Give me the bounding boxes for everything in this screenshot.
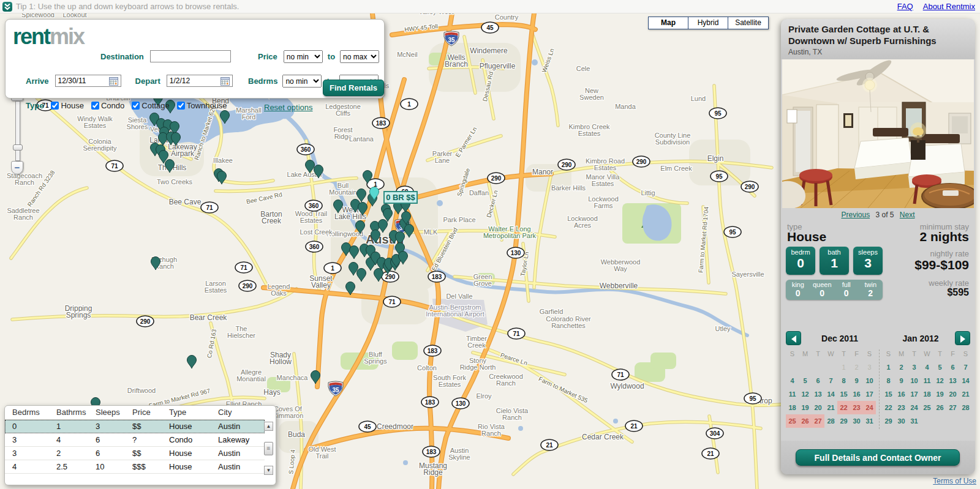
listing-header: Private Garden Cottage at U.T. & Downtow… <box>781 19 975 59</box>
listing-footer: Full Details and Contact Owner <box>781 441 975 474</box>
terms-of-use-link[interactable]: Terms of Use <box>933 477 976 485</box>
calendar-day: 12 <box>933 374 946 387</box>
calendar-day: 27 <box>946 401 959 414</box>
day-of-week-header: M <box>799 347 812 360</box>
badge-value: 0 <box>786 256 815 271</box>
next-link[interactable]: Next <box>900 211 915 219</box>
map-label: SunsetValley <box>309 274 333 289</box>
map-label: ShadyHollow <box>270 351 292 366</box>
calendar-day: 3 <box>863 360 876 374</box>
calendar-day: 4 <box>786 374 799 387</box>
calendar-day: 9 <box>850 374 863 387</box>
map-type-map[interactable]: Map <box>649 17 688 29</box>
type-checkbox-label: House <box>61 101 84 110</box>
sleeps-badge: sleeps3 <box>853 247 883 275</box>
scroll-down-button[interactable]: ▼ <box>264 466 273 475</box>
calendar-day: 30 <box>850 414 863 428</box>
map-label: Barker Hills <box>551 184 586 192</box>
calendar-day: 19 <box>933 387 946 401</box>
calendar-icon[interactable] <box>109 77 118 86</box>
highway-shield-21: 21 <box>702 448 719 459</box>
map-label: Illakee <box>213 157 233 164</box>
calendar-day: 1 <box>837 360 850 374</box>
type-checkbox-townhouse[interactable] <box>177 102 185 110</box>
double-chevron-down-icon[interactable] <box>2 2 12 12</box>
map-label: Manda <box>615 103 636 110</box>
calendar-day: 24 <box>908 401 921 414</box>
calendar-day: 27 <box>812 414 824 428</box>
reset-options-link[interactable]: Reset options <box>264 103 313 112</box>
svg-text:35: 35 <box>448 37 455 43</box>
calendar-day: 22 <box>837 401 850 414</box>
zoom-out-button[interactable]: − <box>11 161 23 174</box>
table-row[interactable]: 326$$HouseAustin <box>5 447 265 460</box>
map-label: Daffan <box>469 189 489 196</box>
map-type-satellite[interactable]: Satellite <box>728 17 768 29</box>
type-checkbox-house[interactable] <box>51 102 59 110</box>
type-checkbox-cottage[interactable] <box>132 102 140 110</box>
svg-text:304: 304 <box>710 430 720 437</box>
top-link-faq[interactable]: FAQ <box>897 2 913 11</box>
twin-bed-count: twin2 <box>859 280 883 300</box>
table-cell: ? <box>125 433 162 446</box>
calendar-empty-cell <box>946 414 959 428</box>
map-type-hybrid[interactable]: Hybrid <box>688 17 728 29</box>
zoom-slider-thumb[interactable] <box>13 144 23 151</box>
calendar-icon[interactable] <box>221 77 230 86</box>
column-header: City <box>211 406 265 419</box>
calendar-day: 7 <box>959 360 972 374</box>
highway-shield-21: 21 <box>625 420 643 431</box>
bed-label: king <box>786 281 810 288</box>
calendar-day: 16 <box>850 387 863 401</box>
calendar-prev-button[interactable] <box>786 331 801 345</box>
find-rentals-button[interactable]: Find Rentals <box>323 80 384 96</box>
full-details-button[interactable]: Full Details and Contact Owner <box>796 449 960 466</box>
svg-text:71: 71 <box>513 330 520 337</box>
table-row[interactable]: 42.510$$$HouseAustin <box>5 460 265 474</box>
highway-shield-71: 71 <box>383 296 401 307</box>
svg-text:360: 360 <box>309 244 320 250</box>
table-cell: Austin <box>211 447 265 460</box>
table-cell: $$$ <box>125 460 162 473</box>
map-label: Wood TrailEstates <box>295 210 327 224</box>
highway-shield-95: 95 <box>710 171 728 182</box>
highway-shield-290: 290 <box>137 316 154 327</box>
map-label: SiestaShores <box>127 116 148 130</box>
map-label: Driftwood <box>127 387 156 394</box>
svg-text:360: 360 <box>301 146 311 153</box>
calendar-empty-cell <box>799 360 812 374</box>
availability-calendar: Dec 2011 Jan 2012 SMTWTFS123456789101112… <box>781 307 975 435</box>
type-checkbox-condo[interactable] <box>91 102 99 110</box>
zoom-slider-track[interactable] <box>15 101 20 161</box>
price-max-select[interactable]: no max <box>340 50 379 63</box>
pager-position: 3 of 5 <box>875 211 894 219</box>
price-min-select[interactable]: no min <box>284 50 323 63</box>
table-cell: House <box>162 460 211 473</box>
day-of-week-header: F <box>850 347 863 360</box>
bed-sizes-badge: king0queen0full0twin2 <box>786 280 883 300</box>
top-link-about-rentmix[interactable]: About Rentmix <box>923 2 975 11</box>
table-cell: 0 <box>5 420 49 433</box>
bed-value: 0 <box>786 288 810 298</box>
scroll-up-button[interactable]: ▲ <box>264 422 273 431</box>
calendar-day: 15 <box>837 387 850 401</box>
highway-shield-71: 71 <box>201 202 218 213</box>
table-row[interactable]: 013$$HouseAustin <box>5 420 265 433</box>
map-label: MLK <box>424 228 438 236</box>
calendar-day: 3 <box>908 360 921 374</box>
table-cell: House <box>162 447 211 460</box>
highway-shield-360: 360 <box>306 241 323 252</box>
calendar-day: 30 <box>895 414 908 428</box>
pin-tooltip: 0 BR $$ <box>383 191 418 204</box>
map-label: Elroy <box>476 392 492 400</box>
destination-input[interactable] <box>150 50 231 62</box>
map-label: Bee Cave <box>169 198 202 206</box>
previous-link[interactable]: Previous <box>841 211 870 219</box>
map-label: Buda <box>288 430 305 439</box>
calendar-next-button[interactable] <box>955 331 970 345</box>
bedrooms-min-select[interactable]: no min <box>282 75 322 88</box>
svg-text:95: 95 <box>714 110 722 117</box>
table-row[interactable]: 346?CondoLakeway <box>5 433 265 447</box>
scroll-thumb[interactable] <box>264 442 273 455</box>
calendar-month-title: Dec 2011 <box>803 334 876 343</box>
